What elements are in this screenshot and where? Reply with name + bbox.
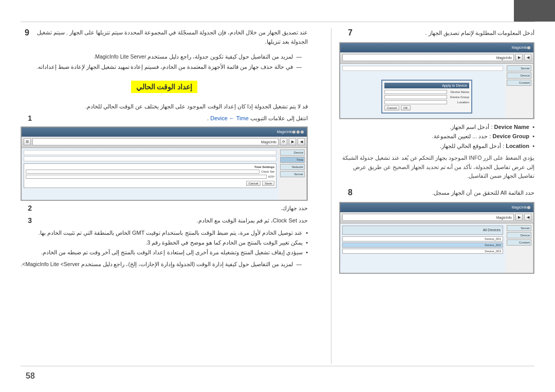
toolbar-btn-4: ⚙ [24,138,31,145]
address-bar: MagicInfo [32,138,279,145]
titlebar-dot [301,130,304,134]
toolbar-2: ◀ ▶ MagicInfo [340,52,533,64]
sub-text-3: حدد Clock Set، ثم قم بمزامنة الوقت مع ال… [32,216,308,226]
dash-note-1: لمزيد من التفاصيل حول كيفية تكوين جدولة،… [21,52,308,61]
sidebar3-item-2: Device [507,232,531,238]
toolbar3-btn-2: ▶ [515,214,523,221]
section-7-number: 7 [342,28,353,38]
location-input [384,100,447,104]
bullet-location: Location : أدخل الموقع الحالي للجهاز. [339,141,534,151]
titlebar-dot-3 [292,130,295,134]
device-item-3: Device_003 [485,250,501,253]
toolbar-1: ◀ ▶ ⟳ MagicInfo ⚙ [22,137,307,148]
section-8-text: حدد القائمة All للتحقق من أن الجهاز مسجل… [353,188,534,198]
sub-text-2: حدد جهازك. [32,204,308,213]
top-line [21,22,534,22]
left-bullet-item-1: عند توصيل الخادم لأول مرة، يتم ضبط الوقت… [21,228,308,238]
titlebar-2: MagicInfo [340,43,533,52]
section-9-text: عند تصديق الجهاز من خلال الخادم، فإن الج… [35,28,308,46]
fake-sidebar-2: Server Device Content [505,64,533,118]
fake-sidebar-3: Server Device Content [505,223,533,273]
app-body-2: Server Device Content Apply to Device [340,64,533,118]
blue-link-time: Device ← Time [210,115,249,121]
all-devices-label: All Devices [483,228,501,232]
toolbar-btn-1: ◀ [298,138,305,145]
content-row-1 [24,150,276,155]
device-group-label: Device Group [449,96,469,99]
dialog-row-device-group: Device Group [384,95,469,99]
btn-row: Save Cancel [26,181,274,186]
sub-text-1: انتقل إلى علامات التبويب Device ← Time . [32,114,308,123]
bullet-device-name: Device Name : أدخل اسم الجهاز. [339,122,534,132]
sidebar3-item-3: Content [507,239,531,246]
dialog-ok-btn[interactable]: OK [401,105,411,110]
column-divider [331,28,331,364]
sub-number-3: 3 [24,216,32,225]
page-number: 58 [26,371,35,381]
sidebar-item-3: Network [280,164,305,170]
toolbar-3: ◀ ▶ MagicInfo [340,212,533,223]
toolbar-btn-3: ⟳ [280,138,287,145]
device-item-2: Device_002 [485,244,501,247]
section-7-text: أدخل المعلومات المطلوبة لإتمام تصديق الج… [353,28,534,38]
sidebar-item-2: Time [280,157,305,163]
cancel-btn[interactable]: Cancel [246,181,261,186]
sidebar-item-1: Device [280,150,305,156]
sub-number-1: 1 [24,114,32,122]
sidebar2-item-1: Server [507,65,531,71]
device-name-label: Device Name [449,90,469,94]
dialog-row-device-name: Device Name [384,90,469,94]
section-7-item: 7 أدخل المعلومات المطلوبة لإتمام تصديق ا… [339,28,534,38]
time-row-2: NTP [26,175,274,179]
sidebar2-item-2: Device [507,72,531,79]
fake-sidebar-1: Device Time Network Server [279,148,307,200]
titlebar-1: MagicInfo [22,127,307,137]
device-group-input [384,95,447,99]
titlebar2-dot [527,46,530,49]
intro-text: قد لا يتم تشغيل الجدولة إذا كان إعداد ال… [21,102,308,111]
device-group-term: Device Group [492,133,529,139]
time-row-1: Clock Set [26,170,274,174]
sidebar3-item-1: Server [507,225,531,231]
dialog-cancel-btn[interactable]: Cancel [384,105,399,110]
main-heading: إعداد الوقت الحالي [131,81,198,93]
left-bullet-list: عند توصيل الخادم لأول مرة، يتم ضبط الوقت… [21,228,308,257]
device-name-term: Device Name [494,124,530,130]
sub-section-2: 2 حدد جهازك. [21,204,308,213]
sidebar-item-4: Server [280,171,305,177]
panel-title: Time Settings [26,165,274,169]
screenshot-1: MagicInfo ◀ ▶ ⟳ MagicInfo ⚙ Device Time … [21,126,308,201]
ntp-input [26,175,267,179]
top-right-bar [514,0,555,22]
dialog-title: Apply to Device [384,83,469,88]
device-row-2: Device_002 [342,242,503,248]
left-bullet-item-2: يمكن تغيير الوقت بالمنتج من الخادم كما ه… [21,238,308,248]
app-body-3: Server Device Content All Devices Device… [340,223,533,273]
fake-dialog: Apply to Device Device Name Device Group [381,80,472,114]
save-btn[interactable]: Save [262,181,274,186]
toolbar2-btn-2: ▶ [515,54,523,61]
app2-title: MagicInfo [512,46,527,49]
content-panel: Time Settings Clock Set NTP [24,163,276,188]
main-content: 9 عند تصديق الجهاز من خلال الخادم، فإن ا… [21,28,534,364]
device-name-input [384,90,447,94]
location-term: Location [506,143,529,149]
info-note: يؤدي الضغط على الزر INFO الموجود بجهاز ا… [339,154,534,181]
section-8: 8 حدد القائمة All للتحقق من أن الجهاز مس… [339,188,534,274]
fake-app-3: MagicInfo ◀ ▶ MagicInfo Server Device Co… [340,202,534,273]
section-8-item: 8 حدد القائمة All للتحقق من أن الجهاز مس… [339,188,534,198]
app3-title: MagicInfo [512,206,527,209]
dialog-row-location: Location [384,100,469,104]
bottom-line [21,366,534,366]
screenshot-3: MagicInfo ◀ ▶ MagicInfo Server Device Co… [339,202,534,274]
right-column: 7 أدخل المعلومات المطلوبة لإتمام تصديق ا… [339,28,534,364]
toolbar-btn-2: ▶ [289,138,296,145]
fake-main-1: Time Settings Clock Set NTP [22,148,279,200]
device-group-desc: : حدد ... لتعيين المجموعة. [432,133,491,139]
left-bullet-item-3: سيؤدي إيقاف تشغيل المنتج وتشغيله مرة أخر… [21,248,308,257]
app-title: MagicInfo [277,130,292,134]
device-row-3: Device_003 [342,249,503,254]
left-column: 9 عند تصديق الجهاز من خلال الخادم، فإن ا… [21,28,323,364]
dash-note-2: في حالة حذف جهاز من قائمة الأجهزة المعتم… [21,63,308,71]
section-9-number: 9 [25,28,35,38]
